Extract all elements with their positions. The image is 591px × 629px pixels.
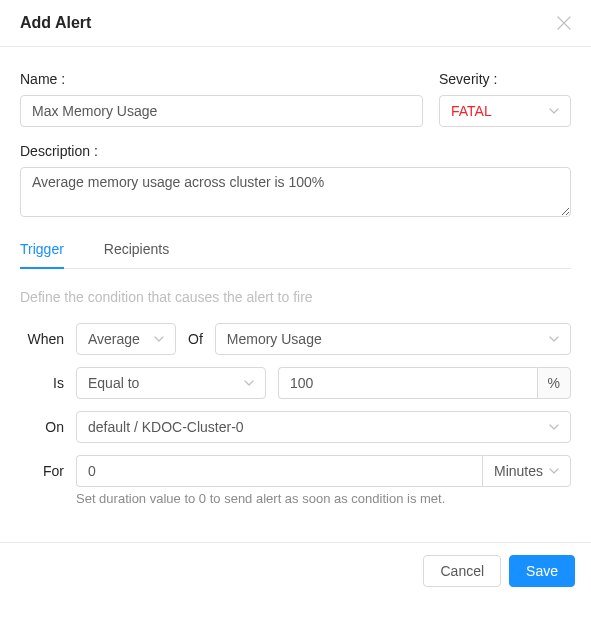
- chevron-down-icon: [549, 424, 559, 430]
- close-icon: [557, 16, 571, 30]
- tab-recipients[interactable]: Recipients: [104, 231, 169, 269]
- chevron-down-icon: [154, 336, 164, 342]
- operator-value: Equal to: [88, 375, 238, 391]
- duration-unit-value: Minutes: [494, 463, 543, 479]
- trigger-hint: Define the condition that causes the ale…: [20, 289, 571, 305]
- on-label: On: [20, 419, 64, 435]
- tab-trigger[interactable]: Trigger: [20, 231, 64, 269]
- name-label: Name :: [20, 71, 423, 87]
- tabs: Trigger Recipients: [20, 231, 571, 269]
- chevron-down-icon: [549, 108, 559, 114]
- severity-value: FATAL: [451, 103, 543, 119]
- duration-input[interactable]: [76, 455, 482, 487]
- threshold-input[interactable]: [278, 367, 537, 399]
- modal-footer: Cancel Save: [0, 542, 591, 599]
- target-select[interactable]: default / KDOC-Cluster-0: [76, 411, 571, 443]
- modal-header: Add Alert: [0, 0, 591, 47]
- for-label: For: [20, 463, 64, 479]
- aggregation-value: Average: [88, 331, 148, 347]
- is-label: Is: [20, 375, 64, 391]
- save-button[interactable]: Save: [509, 555, 575, 587]
- chevron-down-icon: [549, 336, 559, 342]
- description-input[interactable]: [20, 167, 571, 217]
- severity-select[interactable]: FATAL: [439, 95, 571, 127]
- close-button[interactable]: [557, 16, 571, 30]
- add-alert-modal: Add Alert Name : Severity : FATAL: [0, 0, 591, 599]
- name-input[interactable]: [20, 95, 423, 127]
- threshold-unit: %: [537, 367, 571, 399]
- metric-select[interactable]: Memory Usage: [215, 323, 571, 355]
- of-label: Of: [188, 331, 203, 347]
- description-label: Description :: [20, 143, 571, 159]
- modal-title: Add Alert: [20, 14, 91, 32]
- cancel-button[interactable]: Cancel: [423, 555, 501, 587]
- chevron-down-icon: [244, 380, 254, 386]
- target-value: default / KDOC-Cluster-0: [88, 419, 543, 435]
- duration-hint: Set duration value to 0 to send alert as…: [76, 491, 571, 506]
- when-label: When: [20, 331, 64, 347]
- chevron-down-icon: [549, 468, 559, 474]
- duration-unit-select[interactable]: Minutes: [482, 455, 571, 487]
- aggregation-select[interactable]: Average: [76, 323, 176, 355]
- metric-value: Memory Usage: [227, 331, 543, 347]
- modal-body: Name : Severity : FATAL Description : Tr…: [0, 47, 591, 514]
- operator-select[interactable]: Equal to: [76, 367, 266, 399]
- severity-label: Severity :: [439, 71, 571, 87]
